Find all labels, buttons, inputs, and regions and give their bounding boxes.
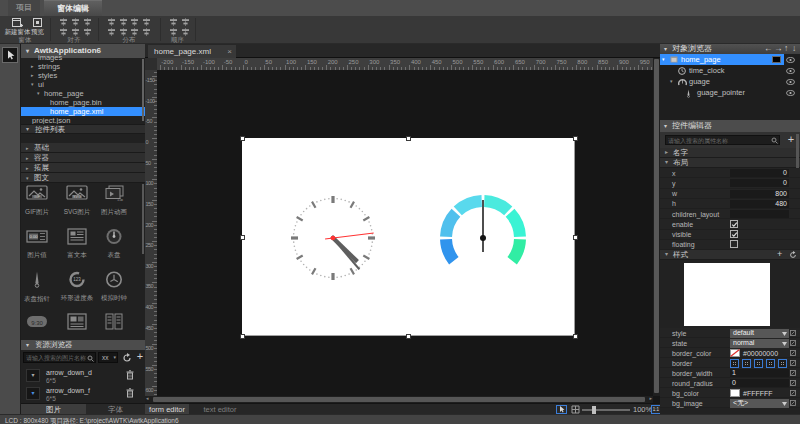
widget-item-gauge[interactable]: 表盘 xyxy=(96,227,132,267)
selection-handle[interactable] xyxy=(240,136,245,141)
window-tab-form-edit[interactable]: 窗体编辑 xyxy=(44,0,102,16)
window-tab-project[interactable]: 项目 xyxy=(8,0,40,16)
collapsed-arrow-icon[interactable]: ▸ xyxy=(31,62,34,71)
property-value-field[interactable]: 0 xyxy=(730,179,789,187)
widget-item-gif-image[interactable]: GIFGIF图片 xyxy=(19,184,55,224)
v-scrollbar-thumb[interactable] xyxy=(654,59,659,393)
ribbon-icon-2-0-2[interactable] xyxy=(130,18,138,25)
selection-handle[interactable] xyxy=(406,136,411,141)
property-search-input[interactable] xyxy=(665,135,780,145)
ribbon-icon-2-1-2[interactable] xyxy=(130,28,138,35)
binding-icon[interactable] xyxy=(790,350,796,356)
tree-item-images[interactable]: images xyxy=(21,53,145,62)
h-scrollbar-thumb[interactable] xyxy=(153,397,645,402)
widget-item-lines[interactable] xyxy=(96,312,132,352)
widget-item-circle-progress[interactable]: 123环形进度条 xyxy=(59,270,95,310)
ribbon-icon-3-1-1[interactable] xyxy=(181,28,189,35)
property-dropdown[interactable]: default xyxy=(730,329,789,338)
add-style-icon[interactable]: + xyxy=(777,250,782,259)
section-style[interactable]: ▾ 样式 + xyxy=(660,250,800,260)
widget-item-rich-text[interactable]: 富文本 xyxy=(59,227,95,267)
tree-item-home_page[interactable]: ▾home_page xyxy=(21,89,145,98)
ribbon-icon-1-0-1[interactable] xyxy=(71,18,79,25)
section-name[interactable]: ▸ 名字 xyxy=(660,148,800,158)
selection-handle[interactable] xyxy=(573,136,578,141)
resource-tab-fonts[interactable]: 字体 xyxy=(86,403,145,414)
visibility-eye-icon[interactable] xyxy=(786,68,795,74)
refresh-style-icon[interactable] xyxy=(789,251,797,259)
ribbon-icon-1-1-2[interactable] xyxy=(83,28,91,35)
ribbon-icon-1-0-0[interactable] xyxy=(59,18,67,25)
tree-item-ui[interactable]: ▾ui xyxy=(21,80,145,89)
section-layout[interactable]: ▾ 布局 xyxy=(660,158,800,168)
object-tree-item-home_page[interactable]: ▾home_page xyxy=(660,54,800,65)
ribbon-icon-1-1-0[interactable] xyxy=(59,28,67,35)
binding-icon[interactable] xyxy=(790,390,796,396)
widget-editor-header[interactable]: ▾ 控件编辑器 xyxy=(660,120,800,132)
object-color-swatch[interactable] xyxy=(772,56,781,63)
visibility-eye-icon[interactable] xyxy=(786,79,795,85)
grid-toggle-icon[interactable] xyxy=(571,405,580,414)
widget-item-analog-clock[interactable]: 模拟时钟 xyxy=(96,270,132,310)
border-preset-button[interactable] xyxy=(730,359,739,368)
move-right-icon[interactable]: → xyxy=(774,43,783,53)
zoom-slider-handle[interactable] xyxy=(592,406,596,414)
resource-item-arrow_down_f[interactable]: ▾arrow_down_f6*5 xyxy=(21,386,145,403)
binding-icon[interactable] xyxy=(790,380,796,386)
canvas-vertical-scrollbar[interactable] xyxy=(653,58,660,396)
ribbon-icon-2-0-1[interactable] xyxy=(119,18,127,25)
resource-refresh-button[interactable] xyxy=(122,352,132,363)
widget-item-gauge-pointer[interactable]: 表盘指针 xyxy=(19,270,55,310)
scroll-right-icon[interactable]: ▸ xyxy=(649,395,652,401)
resource-filter-dropdown[interactable]: xx ▾ xyxy=(98,352,118,363)
expanded-arrow-icon[interactable]: ▾ xyxy=(31,80,34,89)
ribbon-icon-2-0-3[interactable] xyxy=(142,18,150,25)
selection-handle[interactable] xyxy=(240,235,245,240)
resource-search-field[interactable] xyxy=(26,354,86,362)
object-tree-item-guage[interactable]: ▾guage xyxy=(660,76,800,87)
move-up-icon[interactable]: ↑ xyxy=(784,43,788,53)
property-checkbox[interactable] xyxy=(730,230,738,238)
property-value-field[interactable]: 480 xyxy=(730,200,789,208)
ribbon-icon-2-1-3[interactable] xyxy=(142,28,150,35)
selection-handle[interactable] xyxy=(240,334,245,339)
widget-item-image-animation[interactable]: 11▸图片动画 xyxy=(96,184,132,224)
property-dropdown[interactable]: normal xyxy=(730,339,789,348)
resource-item-arrow_down_d[interactable]: ▾arrow_down_d6*5 xyxy=(21,368,145,385)
widget-item-digit-clock[interactable]: 9:30 xyxy=(19,312,55,352)
collapsed-arrow-icon[interactable]: ▸ xyxy=(31,71,34,80)
border-preset-button[interactable] xyxy=(754,359,763,368)
widget-category-0[interactable]: ▸基础 xyxy=(21,143,145,153)
resource-tab-images[interactable]: 图片 xyxy=(21,403,86,414)
trash-icon[interactable] xyxy=(126,388,134,398)
property-value-field[interactable]: 0 xyxy=(730,379,789,387)
object-tree-item-guage_pointer[interactable]: guage_pointer xyxy=(660,87,800,98)
ribbon-icon-3-1-0[interactable] xyxy=(169,28,177,35)
expanded-arrow-icon[interactable]: ▾ xyxy=(37,89,40,98)
object-browser-header[interactable]: ▾ 对象浏览器 ← → ↑ ↓ xyxy=(660,44,800,54)
property-value-field[interactable]: 800 xyxy=(730,190,789,198)
binding-icon[interactable] xyxy=(790,360,796,366)
selection-handle[interactable] xyxy=(573,334,578,339)
widget-item-image-value[interactable]: 0.00图片值 xyxy=(19,227,55,267)
property-value-field[interactable]: 1 xyxy=(730,369,789,377)
tree-item-home_page-bin[interactable]: home_page.bin xyxy=(21,98,145,107)
object-tree-item-time_clock[interactable]: time_clock xyxy=(660,65,800,76)
widget-item-candidates[interactable] xyxy=(59,312,95,352)
binding-icon[interactable] xyxy=(790,370,796,376)
tree-item-styles[interactable]: ▸styles xyxy=(21,71,145,80)
ribbon-icon-2-1-1[interactable] xyxy=(119,28,127,35)
move-down-icon[interactable]: ↓ xyxy=(792,43,796,53)
trash-icon[interactable] xyxy=(126,370,134,380)
property-checkbox[interactable] xyxy=(730,240,738,248)
border-preset-button[interactable] xyxy=(778,359,787,368)
gauge-widget[interactable] xyxy=(433,188,533,288)
property-checkbox[interactable] xyxy=(730,220,738,228)
ribbon-icon-1-1-1[interactable] xyxy=(71,28,79,35)
border-preset-button[interactable] xyxy=(766,359,775,368)
widget-list-scrollbar[interactable] xyxy=(142,184,145,254)
ribbon-icon-2-1-0[interactable] xyxy=(107,28,115,35)
select-tool-button[interactable] xyxy=(2,47,18,63)
widget-list-header[interactable]: ▾ 控件列表 xyxy=(21,124,145,134)
tree-item-strings[interactable]: ▸strings xyxy=(21,62,145,71)
